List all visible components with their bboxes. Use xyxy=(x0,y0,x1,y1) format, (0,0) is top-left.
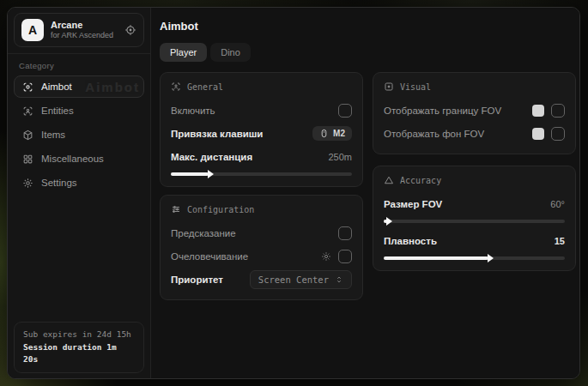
sidebar-menu: Aimbot Aimbot Entities Items xyxy=(8,75,150,194)
priority-dropdown[interactable]: Screen Center xyxy=(250,270,352,289)
tab-player[interactable]: Player xyxy=(160,43,207,62)
sidebar-item-label: Aimbot xyxy=(41,81,72,92)
mouse-icon xyxy=(319,129,329,138)
smoothness-label: Плавность xyxy=(384,236,437,246)
sidebar: A Arcane for ARK Ascended Category xyxy=(8,8,151,378)
panel-configuration: Configuration Предсказание Очеловечивани… xyxy=(160,195,363,300)
cube-icon xyxy=(22,130,33,141)
gear-icon xyxy=(22,178,33,189)
app-name: Arcane xyxy=(51,20,113,32)
smoothness-value: 15 xyxy=(555,236,565,246)
keybind-button[interactable]: M2 xyxy=(312,126,352,141)
page-title: Aimbot xyxy=(160,20,576,33)
fov-border-color-swatch[interactable] xyxy=(532,105,544,117)
unfold-icon xyxy=(335,275,343,284)
sidebar-item-settings[interactable]: Settings xyxy=(14,172,144,194)
category-label: Category xyxy=(19,61,139,70)
fov-border-label: Отображать границу FOV xyxy=(384,106,501,116)
fov-size-slider[interactable] xyxy=(384,220,565,223)
keybind-value: M2 xyxy=(333,129,345,138)
sidebar-item-miscellaneous[interactable]: Miscellaneous xyxy=(14,148,144,170)
fov-size-value: 60° xyxy=(550,199,565,209)
sidebar-item-label: Settings xyxy=(41,178,77,188)
prediction-checkbox[interactable] xyxy=(338,226,352,240)
sidebar-item-label: Items xyxy=(41,130,65,140)
fov-background-label: Отображать фон FOV xyxy=(384,129,484,139)
sidebar-item-label: Entities xyxy=(41,106,74,116)
triangle-icon xyxy=(384,175,394,185)
aimbot-watermark: Aimbot xyxy=(85,80,140,94)
person-scan-icon xyxy=(22,106,33,117)
fov-size-label: Размер FOV xyxy=(384,199,442,209)
panel-title: Visual xyxy=(400,82,431,92)
humanization-settings-icon[interactable] xyxy=(321,251,331,262)
panel-accuracy: Accuracy Размер FOV 60° Плавность 15 xyxy=(373,166,576,271)
fov-background-checkbox[interactable] xyxy=(551,127,565,141)
sidebar-item-aimbot[interactable]: Aimbot Aimbot xyxy=(14,75,144,98)
humanization-checkbox[interactable] xyxy=(338,250,352,263)
max-distance-slider[interactable] xyxy=(171,172,352,176)
smoothness-slider[interactable] xyxy=(384,256,565,260)
subscription-card: Sub expires in 24d 15h Session duration … xyxy=(14,322,144,373)
slider-thumb[interactable] xyxy=(208,170,214,178)
enable-checkbox[interactable] xyxy=(338,104,352,118)
panel-title: General xyxy=(187,82,223,92)
keybind-label: Привязка клавиши xyxy=(171,129,263,139)
fov-border-checkbox[interactable] xyxy=(551,104,565,118)
humanization-label: Очеловечивание xyxy=(171,251,248,262)
max-distance-value: 250m xyxy=(328,152,352,162)
fov-background-color-swatch[interactable] xyxy=(532,128,544,140)
priority-label: Приоритет xyxy=(171,274,223,285)
slider-thumb[interactable] xyxy=(386,217,392,226)
panel-general: General Включить Привязка клавиши xyxy=(160,72,363,187)
sidebar-item-entities[interactable]: Entities xyxy=(14,100,144,122)
person-focus-icon xyxy=(171,81,181,92)
sidebar-divider xyxy=(8,53,150,54)
priority-value: Screen Center xyxy=(258,274,329,285)
tab-dino[interactable]: Dino xyxy=(210,43,251,62)
sub-expires-text: Sub expires in 24d 15h xyxy=(23,329,135,341)
panel-title: Accuracy xyxy=(400,176,441,185)
sidebar-item-label: Miscellaneous xyxy=(41,154,104,164)
tune-icon xyxy=(171,204,181,214)
app-window: A Arcane for ARK Ascended Category xyxy=(7,7,580,379)
panel-visual: Visual Отображать границу FOV Отображать… xyxy=(373,72,576,154)
panel-title: Configuration xyxy=(187,205,254,214)
max-distance-label: Макс. дистанция xyxy=(171,152,252,162)
app-logo: A xyxy=(21,19,44,41)
main-content: Aimbot Player Dino General xyxy=(151,8,580,378)
brand-card: A Arcane for ARK Ascended xyxy=(14,13,144,47)
target-icon[interactable] xyxy=(124,24,136,36)
frame-icon xyxy=(384,81,394,92)
prediction-label: Предсказание xyxy=(171,228,236,238)
sidebar-item-items[interactable]: Items xyxy=(14,124,144,146)
grid-icon xyxy=(22,154,33,165)
app-subtitle: for ARK Ascended xyxy=(51,31,113,40)
session-duration-text: Session duration 1m 20s xyxy=(23,341,135,366)
crosshair-scan-icon xyxy=(22,81,33,93)
slider-thumb[interactable] xyxy=(488,254,494,262)
enable-label: Включить xyxy=(171,106,215,116)
tab-bar: Player Dino xyxy=(160,43,576,62)
